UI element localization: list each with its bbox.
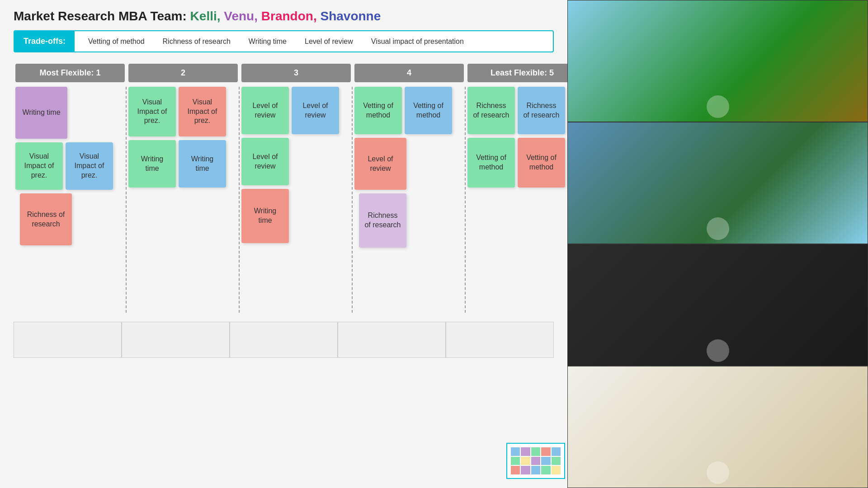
card-vetting-col4b: Vetting of method: [405, 87, 452, 134]
col5-row2: Vetting of method Vetting of method: [467, 138, 577, 188]
tradeoff-item-3: Writing time: [249, 38, 287, 46]
card-visual-impact-col2b: Visual Impact of prez.: [179, 87, 226, 136]
tradeoff-item-2: Richness of research: [163, 38, 231, 46]
card-level-review-col3c: Level of review: [241, 138, 289, 185]
video-tile-2: [567, 122, 868, 244]
tradeoffs-bar: Trade-offs: Vetting of method Richness o…: [14, 30, 554, 52]
columns-grid: Most Flexible: 1 2 3 4 Least Flexible: 5: [14, 64, 554, 82]
card-visual-impact-col2a: Visual Impact of prez.: [128, 87, 176, 136]
col3-row1: Level of review Level of review: [241, 87, 350, 134]
thumb-cell: [521, 447, 530, 456]
thumb-cell: [521, 466, 530, 474]
thumb-cell: [531, 466, 540, 474]
thumb-cell: [541, 457, 550, 465]
tradeoff-item-1: Vetting of method: [88, 38, 145, 46]
person-icon-3: [707, 339, 729, 362]
name-shavonne: Shavonne: [320, 9, 381, 23]
card-writing-time-col1: Writing time: [15, 87, 67, 139]
thumb-cell: [531, 447, 540, 456]
name-venu: Venu,: [224, 9, 258, 23]
card-writing-time-col2a: Writing time: [128, 140, 176, 188]
bottom-cell-1: [14, 322, 122, 358]
col4-row3: Richness of research: [354, 193, 463, 248]
thumb-cell: [541, 466, 550, 474]
thumb-cell: [521, 457, 530, 465]
name-brandon: Brandon,: [261, 9, 317, 23]
card-vetting-col5b: Vetting of method: [518, 138, 565, 188]
video-tile-4: [567, 366, 868, 488]
card-richness-col4: Richness of research: [359, 193, 406, 248]
card-vetting-col4a: Vetting of method: [354, 87, 402, 134]
col-header-5: Least Flexible: 5: [467, 64, 577, 82]
thumb-cell: [552, 466, 561, 474]
card-richness-col1: Richness of research: [20, 193, 72, 245]
column-5: Richness of research Richness of researc…: [466, 87, 579, 313]
title-prefix: Market Research MBA Team:: [14, 9, 187, 23]
thumb-cell: [552, 447, 561, 456]
bottom-grid: [14, 322, 554, 358]
col2-row1: Visual Impact of prez. Visual Impact of …: [128, 87, 237, 136]
card-richness-col5a: Richness of research: [467, 87, 515, 134]
col2-row2: Writing time Writing time: [128, 140, 237, 188]
tradeoffs-items: Vetting of method Richness of research W…: [75, 32, 477, 51]
card-level-review-col3a: Level of review: [241, 87, 289, 134]
page-title: Market Research MBA Team: Kelli, Venu, B…: [14, 9, 554, 23]
column-2: Visual Impact of prez. Visual Impact of …: [127, 87, 240, 313]
thumb-cell: [511, 466, 520, 474]
col-header-1: Most Flexible: 1: [15, 64, 125, 82]
video-tile-3: [567, 244, 868, 366]
card-vetting-col5a: Vetting of method: [467, 138, 515, 188]
thumbnail-grid: [511, 447, 561, 474]
col4-row2: Level of review: [354, 138, 463, 190]
col5-row1: Richness of research Richness of researc…: [467, 87, 577, 134]
col-header-3: 3: [241, 64, 351, 82]
thumb-cell: [531, 457, 540, 465]
cards-area: Writing time Visual Impact of prez. Visu…: [14, 87, 554, 313]
col3-row3: Writing time: [241, 189, 350, 243]
person-icon-2: [707, 217, 729, 240]
col1-row3: Richness of research: [15, 193, 124, 245]
card-visual-impact-col1a: Visual Impact of prez.: [15, 142, 63, 190]
person-icon-1: [707, 95, 729, 118]
col4-row1: Vetting of method Vetting of method: [354, 87, 463, 134]
slide-thumbnail[interactable]: [506, 443, 565, 479]
col1-row1: Writing time: [15, 87, 124, 139]
column-3: Level of review Level of review Level of…: [240, 87, 353, 313]
col1-row2: Visual Impact of prez. Visual Impact of …: [15, 142, 124, 190]
bottom-cell-2: [122, 322, 230, 358]
bottom-cell-5: [446, 322, 554, 358]
col3-row2: Level of review: [241, 138, 350, 185]
column-1: Writing time Visual Impact of prez. Visu…: [14, 87, 127, 313]
video-tile-1: [567, 0, 868, 122]
card-visual-impact-col1b: Visual Impact of prez.: [66, 142, 113, 190]
card-level-review-col4: Level of review: [354, 138, 406, 190]
video-panel: [567, 0, 868, 488]
card-writing-time-col3: Writing time: [241, 189, 289, 243]
col-header-2: 2: [128, 64, 238, 82]
person-icon-4: [707, 461, 729, 484]
bottom-cell-3: [230, 322, 338, 358]
card-writing-time-col2b: Writing time: [179, 140, 226, 188]
thumb-cell: [511, 447, 520, 456]
thumb-cell: [552, 457, 561, 465]
name-kelli: Kelli,: [190, 9, 221, 23]
bottom-cell-4: [338, 322, 446, 358]
tradeoff-item-4: Level of review: [305, 38, 353, 46]
col-header-4: 4: [354, 64, 464, 82]
column-4: Vetting of method Vetting of method Leve…: [353, 87, 466, 313]
tradeoff-item-5: Visual impact of presentation: [371, 38, 464, 46]
card-level-review-col3b: Level of review: [292, 87, 339, 134]
thumb-cell: [511, 457, 520, 465]
tradeoffs-label: Trade-offs:: [14, 31, 75, 52]
thumb-cell: [541, 447, 550, 456]
card-richness-col5b: Richness of research: [518, 87, 565, 134]
